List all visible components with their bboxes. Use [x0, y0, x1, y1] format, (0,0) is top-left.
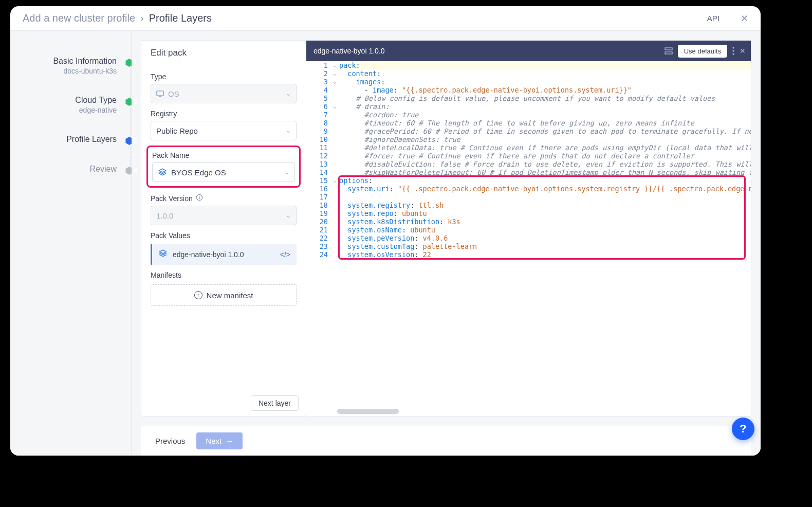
horizontal-scrollbar[interactable] [337, 409, 399, 414]
close-icon[interactable]: ✕ [741, 13, 748, 24]
chevron-right-icon: › [140, 12, 144, 24]
step-title: Cloud Type [10, 96, 117, 105]
api-link[interactable]: API [707, 14, 719, 23]
breadcrumb: Add a new cluster profile › Profile Laye… [23, 12, 212, 24]
step-connector [131, 69, 131, 98]
titlebar: Add a new cluster profile › Profile Laye… [10, 6, 761, 31]
registry-value: Public Repo [156, 126, 198, 135]
code-content[interactable]: pack: content: images: - image: "{{.spec… [339, 61, 751, 259]
packvalues-label: Pack Values [151, 231, 297, 240]
edit-pack-panel: Edit pack Type OS ⌄ Registry Public [141, 40, 306, 417]
layout-icon[interactable] [665, 47, 673, 55]
svg-rect-10 [665, 52, 672, 54]
code-icon[interactable]: </> [280, 250, 290, 259]
registry-select[interactable]: Public Repo ⌄ [151, 121, 297, 140]
more-vertical-icon[interactable] [732, 47, 734, 55]
chevron-down-icon: ⌄ [286, 127, 291, 134]
work-row: Edit pack Type OS ⌄ Registry Public [132, 31, 761, 426]
registry-label: Registry [151, 110, 297, 118]
chevron-down-icon: ⌄ [286, 90, 291, 97]
wizard-step-2[interactable]: Cloud Type edge-native 2 [10, 96, 131, 135]
step-connector [131, 108, 131, 137]
breadcrumb-current: Profile Layers [149, 12, 212, 24]
arrow-right-icon: → [226, 437, 233, 445]
next-label: Next [206, 437, 222, 445]
svg-point-12 [732, 50, 734, 51]
line-gutter: 123456789101112131415161718192021222324 [306, 61, 331, 259]
os-icon [156, 90, 164, 98]
app-window: Add a new cluster profile › Profile Laye… [10, 6, 761, 456]
previous-button[interactable]: Previous [150, 432, 190, 449]
divider [730, 13, 730, 24]
step-connector [131, 147, 131, 167]
step-subtitle: edge-native [10, 106, 117, 114]
type-select[interactable]: OS ⌄ [151, 84, 297, 103]
packname-highlight: Pack Name BYOS Edge OS ⌄ [146, 146, 301, 188]
editor-body[interactable]: 123456789101112131415161718192021222324 … [306, 61, 751, 416]
svg-point-11 [732, 47, 734, 48]
layers-icon [158, 168, 167, 177]
yaml-editor-panel: edge-native-byoi 1.0.0 Use defaults ✕ [306, 40, 751, 417]
wizard-step-1[interactable]: Basic Information docs-ubuntu-k3s 1 [10, 57, 131, 96]
step-title: Basic Information [10, 57, 117, 66]
packvalues-item[interactable]: edge-native-byoi 1.0.0 </> [151, 244, 297, 265]
packname-value: BYOS Edge OS [171, 168, 226, 177]
type-label: Type [151, 73, 297, 81]
svg-rect-8 [199, 197, 199, 199]
step-title: Review [10, 165, 117, 174]
packname-select[interactable]: BYOS Edge OS ⌄ [152, 162, 295, 182]
breadcrumb-parent[interactable]: Add a new cluster profile [23, 12, 135, 24]
wizard-step-4[interactable]: Review 4 [10, 165, 131, 194]
fold-column[interactable]: ⌄⌄⌄⌄⌄ [331, 61, 338, 259]
step-title: Profile Layers [10, 135, 117, 144]
editor-title: edge-native-byoi 1.0.0 [313, 47, 385, 55]
info-icon[interactable] [196, 194, 203, 203]
packvalues-item-label: edge-native-byoi 1.0.0 [173, 250, 244, 259]
svg-point-7 [199, 196, 200, 197]
editor-header: edge-native-byoi 1.0.0 Use defaults ✕ [306, 41, 751, 61]
titlebar-actions: API ✕ [707, 13, 748, 24]
wizard-footer: Previous Next → [141, 426, 751, 456]
help-icon: ? [740, 422, 746, 436]
wizard-steps: Basic Information docs-ubuntu-k3s 1 Clou… [10, 31, 132, 456]
plus-circle-icon: + [194, 291, 202, 299]
wizard-step-3[interactable]: Profile Layers 3 [10, 135, 131, 165]
svg-point-13 [732, 53, 734, 55]
new-manifest-button[interactable]: + New manifest [151, 284, 297, 306]
next-layer-button[interactable]: Next layer [251, 395, 299, 411]
close-icon[interactable]: ✕ [740, 47, 746, 55]
manifests-label: Manifests [151, 271, 297, 279]
chevron-down-icon: ⌄ [284, 169, 289, 176]
type-value: OS [168, 89, 179, 98]
panel-heading: Edit pack [141, 41, 306, 63]
step-subtitle: docs-ubuntu-k3s [10, 67, 117, 75]
edit-panel-footer: Next layer [141, 390, 306, 416]
new-manifest-label: New manifest [207, 291, 253, 300]
packversion-value: 1.0.0 [156, 211, 173, 220]
svg-rect-4 [157, 90, 163, 95]
content-area: Edit pack Type OS ⌄ Registry Public [132, 31, 761, 456]
svg-rect-5 [159, 96, 162, 97]
next-button[interactable]: Next → [196, 432, 243, 449]
main: Basic Information docs-ubuntu-k3s 1 Clou… [10, 31, 761, 456]
packversion-label: Pack Version [151, 194, 297, 203]
help-fab[interactable]: ? [732, 418, 754, 440]
chevron-down-icon: ⌄ [286, 212, 291, 219]
svg-rect-9 [665, 48, 672, 50]
packversion-select[interactable]: 1.0.0 ⌄ [151, 206, 297, 225]
layers-icon [158, 249, 168, 260]
packname-label: Pack Name [152, 151, 295, 159]
use-defaults-button[interactable]: Use defaults [678, 45, 727, 58]
